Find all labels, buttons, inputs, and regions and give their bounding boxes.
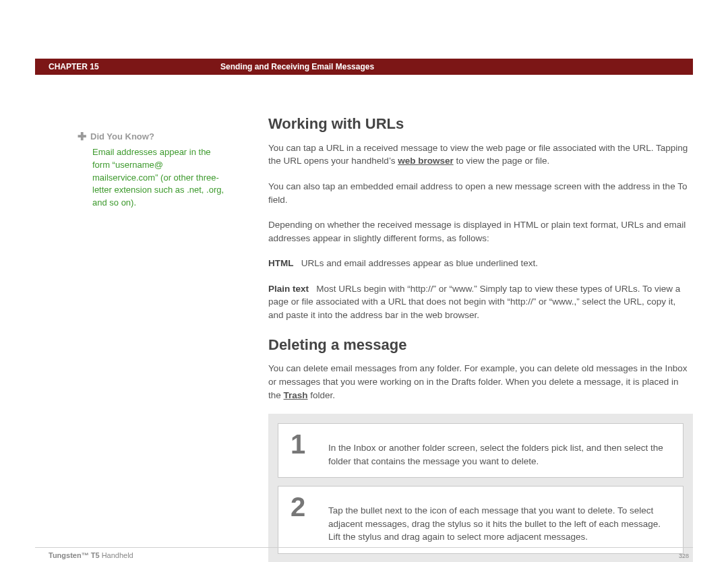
- footer-product-bold: Tungsten™ T5: [49, 551, 100, 559]
- paragraph: You can also tap an embedded email addre…: [268, 180, 693, 206]
- step-2: 2 Tap the bullet next to the icon of eac…: [278, 486, 684, 554]
- step-number: 2: [291, 493, 311, 520]
- step-text: Tap the bullet next to the icon of each …: [328, 493, 671, 544]
- paragraph: You can delete email messages from any f…: [268, 362, 693, 402]
- chapter-title: Sending and Receiving Email Messages: [220, 62, 374, 71]
- text: Most URLs begin with “http://” or “www.”…: [268, 284, 680, 320]
- link-web-browser[interactable]: web browser: [398, 156, 454, 166]
- paragraph-html-format: HTML URLs and email addresses appear as …: [268, 257, 693, 270]
- paragraph: Depending on whether the received messag…: [268, 218, 693, 245]
- link-trash[interactable]: Trash: [284, 390, 308, 400]
- main-content: Working with URLs You can tap a URL in a…: [268, 113, 693, 562]
- sidebar-did-you-know: ✚ Did You Know? Email addresses appear i…: [78, 131, 229, 210]
- text: folder.: [308, 390, 336, 400]
- heading-working-with-urls: Working with URLs: [268, 113, 693, 135]
- run-in-label: HTML: [268, 258, 294, 268]
- step-text: In the Inbox or another folder screen, s…: [328, 431, 671, 468]
- footer-page-number: 328: [679, 553, 689, 559]
- chapter-label: CHAPTER 15: [35, 62, 220, 71]
- paragraph: You can tap a URL in a received message …: [268, 142, 693, 168]
- step-number: 1: [291, 431, 311, 458]
- did-you-know-label: Did You Know?: [90, 131, 154, 144]
- text: URLs and email addresses appear as blue …: [301, 258, 538, 268]
- heading-deleting-a-message: Deleting a message: [268, 334, 693, 356]
- did-you-know-heading: ✚ Did You Know?: [78, 131, 229, 144]
- footer-product-rest: Handheld: [100, 551, 133, 559]
- did-you-know-body: Email addresses appear in the form “user…: [92, 146, 229, 210]
- page: CHAPTER 15 Sending and Receiving Email M…: [0, 0, 728, 562]
- run-in-label: Plain text: [268, 284, 309, 294]
- step-1: 1 In the Inbox or another folder screen,…: [278, 423, 684, 478]
- footer-product-name: Tungsten™ T5 Handheld: [49, 551, 133, 559]
- steps-container: 1 In the Inbox or another folder screen,…: [268, 414, 693, 562]
- plus-icon: ✚: [78, 131, 86, 142]
- footer-divider: [35, 547, 693, 548]
- chapter-header-bar: CHAPTER 15 Sending and Receiving Email M…: [35, 59, 693, 75]
- text: to view the page or file.: [454, 156, 550, 166]
- paragraph-plain-text-format: Plain text Most URLs begin with “http://…: [268, 282, 693, 322]
